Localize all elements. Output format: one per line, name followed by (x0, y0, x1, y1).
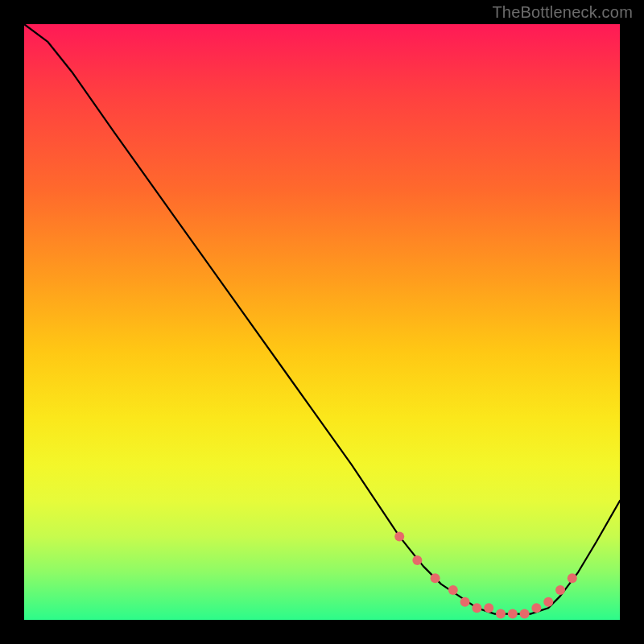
marker-dot (508, 609, 518, 619)
attribution-text: TheBottleneck.com (492, 3, 633, 22)
bottleneck-curve (24, 24, 620, 614)
marker-dot (394, 531, 404, 541)
chart-frame: TheBottleneck.com (0, 0, 644, 644)
marker-dot (484, 603, 493, 613)
marker-dot (520, 609, 530, 619)
marker-dot (431, 573, 440, 583)
marker-dot (543, 597, 553, 607)
marker-group (394, 531, 577, 618)
marker-dot (555, 585, 565, 595)
marker-dot (568, 573, 577, 583)
marker-dot (531, 603, 541, 613)
plot-area (24, 24, 620, 620)
marker-dot (496, 609, 506, 619)
marker-dot (412, 555, 422, 565)
marker-dot (448, 585, 458, 595)
curve-layer (24, 24, 620, 620)
marker-dot (472, 603, 481, 613)
marker-dot (460, 597, 470, 607)
